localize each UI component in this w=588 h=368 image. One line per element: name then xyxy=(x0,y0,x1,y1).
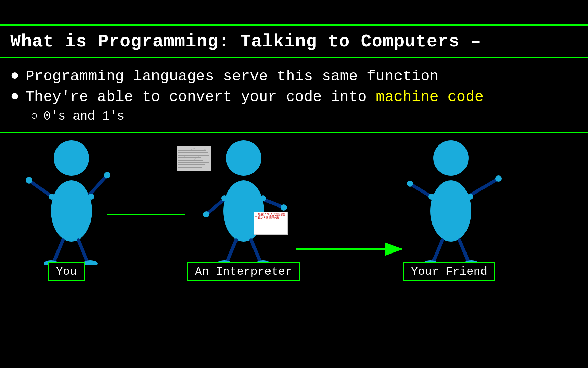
svg-line-8 xyxy=(78,240,87,260)
svg-line-20 xyxy=(251,240,260,260)
bullet-text-2: They're able to convert your code into m… xyxy=(25,88,484,106)
svg-point-54 xyxy=(467,194,473,200)
figure-friend-svg xyxy=(396,139,502,265)
svg-point-44 xyxy=(430,180,471,242)
paper-gray xyxy=(177,146,211,171)
svg-line-49 xyxy=(434,240,442,260)
figure-label-interpreter: An Interpreter xyxy=(187,262,300,281)
svg-rect-24 xyxy=(177,146,211,171)
svg-line-51 xyxy=(459,240,468,260)
svg-line-2 xyxy=(29,180,53,197)
figure-friend: Your Friend xyxy=(396,139,502,281)
sub-bullet-text: 0's and 1's xyxy=(44,109,125,124)
svg-point-17 xyxy=(281,204,287,211)
figure-label-friend: Your Friend xyxy=(403,262,495,281)
svg-point-48 xyxy=(495,175,502,182)
sub-bullet-item: ○ 0's and 1's xyxy=(31,109,578,124)
page-title: What is Programming: Talking to Computer… xyxy=(10,32,578,52)
top-bar xyxy=(0,0,588,26)
bullets-section: ● Programming languages serve this same … xyxy=(0,58,588,133)
bullet-dot-2: ● xyxy=(10,88,19,105)
svg-line-47 xyxy=(470,179,499,196)
paper-chinese: 一是在子来人义救我道甲真太刚别翻地乐 xyxy=(254,212,288,235)
svg-point-46 xyxy=(407,181,413,187)
svg-line-14 xyxy=(206,199,225,214)
arrow-line-right-body xyxy=(296,248,391,250)
svg-point-5 xyxy=(104,172,110,178)
bullet-dot-1: ● xyxy=(10,67,19,84)
figure-interpreter-svg xyxy=(199,139,288,265)
svg-point-15 xyxy=(203,211,209,217)
svg-point-10 xyxy=(49,194,55,200)
arrow-line-left xyxy=(107,214,185,215)
figure-you: You xyxy=(19,139,114,281)
title-section: What is Programming: Talking to Computer… xyxy=(0,26,588,58)
svg-line-4 xyxy=(90,175,107,194)
highlight-machine-code: machine code xyxy=(376,89,484,106)
svg-point-1 xyxy=(51,180,92,242)
svg-point-11 xyxy=(88,194,94,200)
svg-point-23 xyxy=(260,195,266,201)
svg-line-18 xyxy=(228,240,236,260)
bullet-item-2: ● They're able to convert your code into… xyxy=(10,88,578,106)
svg-point-53 xyxy=(428,194,435,200)
svg-point-0 xyxy=(54,140,89,176)
svg-line-6 xyxy=(54,240,63,260)
diagram-section: You An Interpreter xyxy=(0,133,588,344)
svg-point-9 xyxy=(83,260,98,265)
bullet-text-1: Programming languages serve this same fu… xyxy=(25,67,439,86)
svg-point-43 xyxy=(433,140,469,176)
svg-point-12 xyxy=(226,140,261,176)
svg-line-16 xyxy=(262,199,284,208)
figure-you-svg xyxy=(19,139,114,265)
svg-point-22 xyxy=(221,195,227,201)
figure-label-you: You xyxy=(48,262,84,281)
chinese-text-content: 一是在子来人义救我道甲真太刚别翻地乐 xyxy=(254,212,287,220)
bullet-item-1: ● Programming languages serve this same … xyxy=(10,67,578,86)
svg-point-3 xyxy=(26,177,32,184)
sub-bullet-dot: ○ xyxy=(31,109,38,124)
